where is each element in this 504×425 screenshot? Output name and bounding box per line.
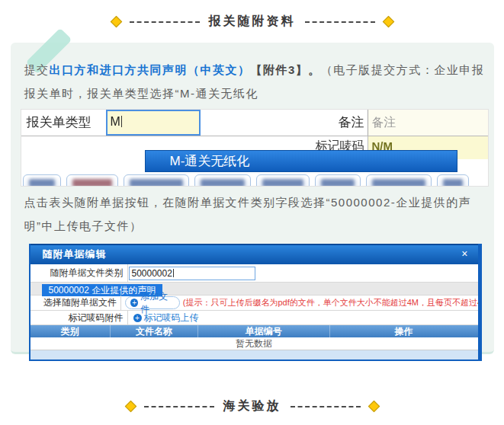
- attached-documents-dialog: 随附单据编辑 × 随附单据文件类别 50000002 50000002 企业提供…: [29, 244, 482, 361]
- diamond-icon: [382, 16, 394, 28]
- diamond-icon: [368, 401, 380, 413]
- dashed-line: [291, 406, 361, 407]
- dashed-line: [130, 21, 200, 23]
- intro-statement: 出口方和进口方共同声明（中英文）: [50, 63, 251, 76]
- section-header: 报关随附资料: [0, 14, 504, 30]
- type-dropdown-option[interactable]: M-通关无纸化: [145, 150, 457, 172]
- blurred-icon: [443, 179, 463, 186]
- type-input-value: M: [111, 115, 120, 128]
- intro-attachment: 【附件3】。: [251, 63, 321, 76]
- diamond-icon: [124, 401, 136, 413]
- close-icon[interactable]: ×: [461, 245, 468, 264]
- table-footer-bar: [30, 350, 478, 359]
- file-type-input[interactable]: 50000002: [129, 267, 255, 280]
- toolbar-button[interactable]: [124, 174, 189, 186]
- toolbar-button[interactable]: [437, 174, 469, 186]
- footer-title: 海关验放: [223, 398, 281, 414]
- blurred-icon: [130, 179, 183, 186]
- mark-upload-link[interactable]: +标记唛码上传: [133, 312, 199, 324]
- form-spacer: [201, 110, 323, 136]
- blurred-icon: [72, 179, 112, 186]
- plus-circle-icon: +: [130, 299, 138, 307]
- toolbar-button[interactable]: [23, 174, 61, 186]
- documents-table-header: 类别 文件名称 单据编号 操作: [30, 325, 478, 337]
- select-file-label: 选择随附单据文件: [30, 296, 122, 310]
- toolbar-button[interactable]: [366, 174, 432, 186]
- plus-circle-icon: +: [133, 314, 142, 322]
- column-header-docnumber: 单据编号: [198, 325, 330, 337]
- form-toolbar: [23, 174, 469, 186]
- empty-table-message: 暂无数据: [30, 337, 478, 350]
- toolbar-button[interactable]: [256, 174, 310, 186]
- content-card: 提交出口方和进口方共同声明（中英文）【附件3】。（电子版提交方式：企业申报报关单…: [11, 43, 494, 354]
- mark-upload-label: 标记唛码上传: [144, 312, 199, 324]
- remark-input[interactable]: 备注: [368, 110, 488, 136]
- intro-prefix: 提交: [24, 63, 50, 76]
- form-row-type: 报关单类型 M 备注 备注: [21, 110, 488, 136]
- select-file-row: 选择随附单据文件 +添加文件 (提示：只可上传后缀名为pdf的文件，单个文件大小…: [30, 296, 478, 311]
- upload-hint: (提示：只可上传后缀名为pdf的文件，单个文件大小不能超过4M，且每页不超过40…: [183, 297, 478, 308]
- toolbar-button[interactable]: [194, 174, 251, 186]
- blurred-icon: [29, 179, 55, 186]
- column-header-actions: 操作: [330, 325, 478, 337]
- file-type-label: 随附单据文件类别: [30, 264, 128, 282]
- text-cursor: [173, 269, 174, 277]
- file-type-value: 50000002: [132, 268, 172, 279]
- declaration-form-screenshot: 报关单类型 M 备注 备注 标记唛码 N/M M-通关无纸化: [21, 110, 488, 186]
- mark-attachment-label: 标记唛码附件: [30, 311, 128, 324]
- blurred-icon: [201, 179, 245, 186]
- diamond-icon: [110, 16, 122, 28]
- blurred-icon: [372, 179, 425, 186]
- toolbar-button[interactable]: [66, 174, 118, 186]
- blurred-icon: [321, 179, 355, 186]
- dialog-title-bar: 随附单据编辑 ×: [30, 244, 478, 264]
- dashed-line: [144, 406, 214, 407]
- type-input[interactable]: M: [106, 110, 201, 136]
- add-file-button[interactable]: +添加文件: [125, 296, 180, 309]
- dialog-title: 随附单据编辑: [43, 245, 107, 264]
- mark-attachment-row: 标记唛码附件 +标记唛码上传: [30, 311, 478, 325]
- column-header-category: 类别: [30, 325, 111, 337]
- column-header-filename: 文件名称: [111, 325, 197, 337]
- blurred-icon: [262, 179, 303, 186]
- page-title: 报关随附资料: [209, 14, 296, 30]
- file-type-row: 随附单据文件类别 50000002: [30, 264, 478, 283]
- section-footer: 海关验放: [0, 398, 504, 414]
- dropdown-suggestion-row: 50000002 企业提供的声明: [30, 283, 478, 296]
- intro-paragraph: 提交出口方和进口方共同声明（中英文）【附件3】。（电子版提交方式：企业申报报关单…: [24, 43, 485, 105]
- text-cursor: [121, 116, 122, 127]
- remark-field-label: 备注: [323, 110, 364, 136]
- dashed-line: [305, 21, 375, 23]
- instruction-paragraph: 点击表头随附单据按钮，在随附单据文件类别字段选择“50000002-企业提供的声…: [24, 190, 485, 238]
- page: 报关随附资料 提交出口方和进口方共同声明（中英文）【附件3】。（电子版提交方式：…: [0, 0, 504, 425]
- toolbar-button[interactable]: [315, 174, 361, 186]
- type-field-label: 报关单类型: [21, 110, 106, 136]
